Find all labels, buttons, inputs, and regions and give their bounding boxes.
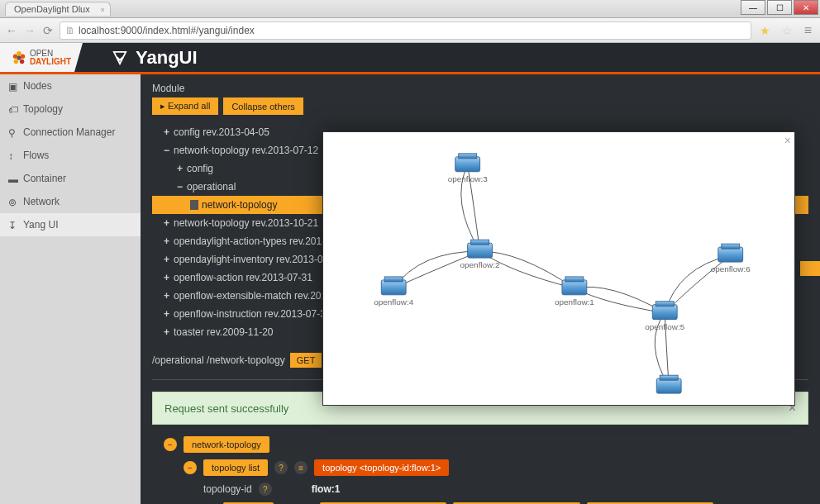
cutoff-pill [800,261,820,276]
sidebar-item-yangui[interactable]: ↧Yang UI [0,213,141,236]
svg-rect-13 [384,277,403,282]
star-outline-icon[interactable]: ☆ [782,24,793,37]
chrome-menu-icon[interactable]: ≡ [804,23,812,38]
sidebar-item-container[interactable]: ▬Container [0,167,141,190]
svg-rect-15 [562,280,587,295]
get-button[interactable]: GET [290,353,322,368]
svg-rect-6 [455,157,480,172]
switch-node[interactable]: openflow:3 [448,154,488,183]
file-icon [190,200,198,210]
tab-title: OpenDaylight Dlux [14,4,90,14]
url-text: localhost:9000/index.html#/yangui/index [79,25,255,36]
caret-right-icon: ▸ [160,101,165,111]
topology-graph[interactable]: openflow:3openflow:2openflow:4openflow:1… [323,132,794,405]
svg-rect-9 [468,243,493,258]
window-controls: — ☐ ✕ [741,0,818,15]
reload-button[interactable]: ⟳ [41,24,55,37]
topology-icon: 🏷 [8,104,18,114]
brand-line1: OPEN [30,50,71,58]
svg-rect-22 [722,244,740,249]
yangui-icon [112,50,127,65]
flows-icon: ↕ [8,150,18,160]
svg-point-2 [21,54,25,58]
maximize-button[interactable]: ☐ [767,0,792,15]
plus-icon[interactable]: + [164,290,174,302]
svg-text:openflow:3: openflow:3 [448,174,488,183]
plus-icon[interactable]: + [164,235,174,247]
svg-text:openflow:5: openflow:5 [645,322,684,331]
svg-text:openflow:6: openflow:6 [711,264,751,273]
sidebar-item-nodes[interactable]: ▣Nodes [0,74,141,97]
url-input[interactable]: 🗎 localhost:9000/index.html#/yangui/inde… [60,21,751,40]
svg-rect-16 [565,277,584,282]
svg-rect-25 [660,375,678,380]
switch-node[interactable]: openflow:6 [711,244,751,273]
sidebar-item-network[interactable]: ⊚Network [0,190,141,213]
browser-tabstrip: OpenDaylight Dlux × — ☐ ✕ [0,0,820,18]
minus-icon[interactable]: − [164,145,174,156]
label-topology-id: topology-id [203,483,252,495]
pill-topology-cap[interactable]: topology <topology-id:flow:1> [314,459,449,476]
page-title: YangUI [112,47,198,69]
address-bar: ← → ⟳ 🗎 localhost:9000/index.html#/yangu… [0,18,820,43]
plus-icon[interactable]: + [164,126,174,138]
pill-network-topology[interactable]: network-topology [184,436,269,453]
minus-icon[interactable]: − [177,181,187,193]
svg-text:openflow:4: openflow:4 [374,297,413,307]
value-topology-id: flow:1 [312,483,341,495]
switch-node[interactable]: openflow:4 [374,277,413,307]
collapse-toggle[interactable]: − [184,461,197,474]
svg-text:openflow:2: openflow:2 [460,260,500,269]
svg-rect-10 [471,240,489,245]
plus-icon[interactable]: + [177,163,187,174]
collapse-toggle[interactable]: − [164,438,177,451]
sidebar-item-connection-manager[interactable]: ⚲Connection Manager [0,121,141,144]
yang-icon: ↧ [8,220,18,230]
close-icon[interactable]: × [100,6,104,14]
back-button[interactable]: ← [5,24,18,37]
plus-icon[interactable]: + [164,254,174,265]
svg-point-4 [14,59,18,63]
plus-icon[interactable]: + [164,217,174,229]
svg-rect-19 [656,302,674,307]
info-icon[interactable]: ? [274,461,288,474]
svg-text:openflow:1: openflow:1 [555,297,594,307]
sidebar-item-flows[interactable]: ↕Flows [0,144,141,167]
svg-rect-12 [381,280,406,295]
filter-icon[interactable]: ≡ [294,461,308,474]
switch-node[interactable]: openflow:5 [645,302,684,331]
banner-text: Request sent successfully [164,402,288,415]
network-icon: ⊚ [8,197,18,207]
minimize-button[interactable]: — [741,0,765,15]
switch-node[interactable] [656,375,681,393]
forward-button[interactable]: → [23,24,36,37]
nodes-icon: ▣ [8,81,18,91]
svg-rect-18 [652,305,677,320]
window-close-button[interactable]: ✕ [794,0,818,15]
bookmark-icon[interactable]: ★ [760,24,770,37]
svg-rect-7 [459,154,477,159]
expand-all-button[interactable]: ▸Expand all [152,97,218,115]
plus-icon[interactable]: + [164,272,174,283]
module-heading: Module [152,83,808,94]
close-icon[interactable]: × [784,134,791,147]
svg-rect-21 [718,247,743,262]
switch-node[interactable]: openflow:2 [460,240,500,269]
api-path: /operational /network-topology [152,354,285,366]
result-tree: − network-topology − topology list ? ≡ t… [152,433,808,504]
plus-icon[interactable]: + [164,308,174,320]
plus-icon[interactable]: + [164,326,174,338]
sidebar: ▣Nodes 🏷Topology ⚲Connection Manager ↕Fl… [0,74,141,504]
collapse-others-button[interactable]: Collapse others [223,97,303,115]
flower-icon [12,50,26,65]
browser-tab[interactable]: OpenDaylight Dlux × [5,2,111,16]
svg-point-3 [20,59,24,63]
switch-node[interactable]: openflow:1 [555,277,594,307]
brand-logo[interactable]: OPEN DAYLIGHT [0,43,83,72]
topology-modal: × openflow:3openflow:2openflow:4openflow… [322,131,795,406]
page-icon: 🗎 [65,25,75,36]
info-icon[interactable]: ? [259,483,272,496]
pill-topology-list[interactable]: topology list [203,459,268,476]
svg-rect-24 [656,378,681,393]
sidebar-item-topology[interactable]: 🏷Topology [0,97,141,121]
